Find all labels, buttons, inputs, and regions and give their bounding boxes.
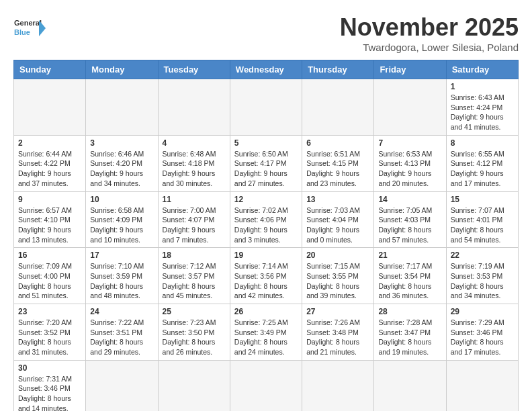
day-number: 25 (163, 307, 226, 316)
calendar-cell (158, 360, 230, 411)
day-number: 21 (378, 250, 441, 260)
day-number: 10 (90, 195, 153, 204)
calendar-cell: 5Sunrise: 6:50 AM Sunset: 4:17 PM Daylig… (230, 135, 302, 191)
day-info: Sunrise: 6:58 AM Sunset: 4:09 PM Dayligh… (90, 205, 153, 245)
day-number: 14 (378, 195, 441, 204)
day-number: 11 (163, 195, 226, 204)
day-number: 27 (306, 307, 369, 316)
day-number: 23 (18, 307, 81, 316)
calendar-cell: 22Sunrise: 7:19 AM Sunset: 3:53 PM Dayli… (446, 248, 518, 304)
logo-svg: General Blue (13, 13, 47, 44)
day-info: Sunrise: 7:31 AM Sunset: 3:46 PM Dayligh… (18, 374, 81, 411)
calendar-cell: 1Sunrise: 6:43 AM Sunset: 4:24 PM Daylig… (446, 79, 518, 136)
calendar-cell: 9Sunrise: 6:57 AM Sunset: 4:10 PM Daylig… (14, 191, 86, 248)
day-number: 8 (451, 138, 514, 148)
day-number: 15 (451, 195, 514, 204)
day-number: 16 (18, 250, 81, 260)
calendar-week-2: 9Sunrise: 6:57 AM Sunset: 4:10 PM Daylig… (14, 191, 519, 248)
calendar-cell: 21Sunrise: 7:17 AM Sunset: 3:54 PM Dayli… (374, 248, 446, 304)
day-number: 13 (306, 195, 369, 204)
day-number: 24 (90, 307, 153, 316)
calendar-cell: 18Sunrise: 7:12 AM Sunset: 3:57 PM Dayli… (158, 248, 230, 304)
calendar-cell (158, 79, 230, 136)
day-info: Sunrise: 6:51 AM Sunset: 4:15 PM Dayligh… (306, 149, 369, 189)
calendar-cell: 17Sunrise: 7:10 AM Sunset: 3:59 PM Dayli… (86, 248, 158, 304)
day-number: 5 (234, 138, 298, 148)
location: Twardogora, Lower Silesia, Poland (340, 42, 519, 53)
day-number: 17 (90, 250, 153, 260)
day-header-wednesday: Wednesday (230, 60, 302, 79)
svg-text:Blue: Blue (14, 28, 30, 36)
calendar-cell: 20Sunrise: 7:15 AM Sunset: 3:55 PM Dayli… (302, 248, 374, 304)
day-info: Sunrise: 6:46 AM Sunset: 4:20 PM Dayligh… (90, 149, 153, 189)
day-info: Sunrise: 7:23 AM Sunset: 3:50 PM Dayligh… (163, 318, 226, 357)
calendar-cell: 16Sunrise: 7:09 AM Sunset: 4:00 PM Dayli… (14, 248, 86, 304)
day-number: 28 (378, 307, 441, 316)
calendar-cell (374, 79, 446, 136)
day-info: Sunrise: 7:02 AM Sunset: 4:06 PM Dayligh… (234, 205, 298, 245)
day-header-monday: Monday (86, 60, 158, 79)
day-info: Sunrise: 7:25 AM Sunset: 3:49 PM Dayligh… (234, 318, 298, 357)
day-info: Sunrise: 7:26 AM Sunset: 3:48 PM Dayligh… (306, 318, 369, 357)
day-number: 7 (378, 138, 441, 148)
calendar-cell (230, 360, 302, 411)
calendar-cell: 24Sunrise: 7:22 AM Sunset: 3:51 PM Dayli… (86, 304, 158, 361)
calendar-week-4: 23Sunrise: 7:20 AM Sunset: 3:52 PM Dayli… (14, 304, 519, 361)
day-number: 9 (18, 195, 81, 204)
day-header-tuesday: Tuesday (158, 60, 230, 79)
day-info: Sunrise: 7:05 AM Sunset: 4:03 PM Dayligh… (378, 205, 441, 245)
calendar-cell: 15Sunrise: 7:07 AM Sunset: 4:01 PM Dayli… (446, 191, 518, 248)
calendar-cell: 29Sunrise: 7:29 AM Sunset: 3:46 PM Dayli… (446, 304, 518, 361)
month-title: November 2025 (340, 13, 519, 42)
calendar-header-row: SundayMondayTuesdayWednesdayThursdayFrid… (14, 60, 519, 79)
calendar-week-1: 2Sunrise: 6:44 AM Sunset: 4:22 PM Daylig… (14, 135, 519, 191)
calendar-cell (302, 360, 374, 411)
day-header-sunday: Sunday (14, 60, 86, 79)
day-number: 4 (163, 138, 226, 148)
calendar-cell: 25Sunrise: 7:23 AM Sunset: 3:50 PM Dayli… (158, 304, 230, 361)
day-info: Sunrise: 7:29 AM Sunset: 3:46 PM Dayligh… (451, 318, 514, 357)
calendar-cell: 14Sunrise: 7:05 AM Sunset: 4:03 PM Dayli… (374, 191, 446, 248)
day-info: Sunrise: 7:12 AM Sunset: 3:57 PM Dayligh… (163, 261, 226, 301)
day-info: Sunrise: 7:10 AM Sunset: 3:59 PM Dayligh… (90, 261, 153, 301)
day-number: 18 (163, 250, 226, 260)
calendar: SundayMondayTuesdayWednesdayThursdayFrid… (13, 60, 519, 411)
calendar-cell: 8Sunrise: 6:55 AM Sunset: 4:12 PM Daylig… (446, 135, 518, 191)
day-info: Sunrise: 7:14 AM Sunset: 3:56 PM Dayligh… (234, 261, 298, 301)
calendar-cell: 7Sunrise: 6:53 AM Sunset: 4:13 PM Daylig… (374, 135, 446, 191)
day-number: 6 (306, 138, 369, 148)
calendar-week-5: 30Sunrise: 7:31 AM Sunset: 3:46 PM Dayli… (14, 360, 519, 411)
day-info: Sunrise: 7:00 AM Sunset: 4:07 PM Dayligh… (163, 205, 226, 245)
calendar-week-3: 16Sunrise: 7:09 AM Sunset: 4:00 PM Dayli… (14, 248, 519, 304)
day-info: Sunrise: 6:57 AM Sunset: 4:10 PM Dayligh… (18, 205, 81, 245)
day-number: 20 (306, 250, 369, 260)
day-info: Sunrise: 7:19 AM Sunset: 3:53 PM Dayligh… (451, 261, 514, 301)
day-info: Sunrise: 7:03 AM Sunset: 4:04 PM Dayligh… (306, 205, 369, 245)
calendar-cell (302, 79, 374, 136)
day-number: 12 (234, 195, 298, 204)
svg-marker-2 (39, 20, 46, 36)
calendar-cell: 3Sunrise: 6:46 AM Sunset: 4:20 PM Daylig… (86, 135, 158, 191)
day-header-thursday: Thursday (302, 60, 374, 79)
day-info: Sunrise: 6:50 AM Sunset: 4:17 PM Dayligh… (234, 149, 298, 189)
page-header: General Blue November 2025 Twardogora, L… (13, 13, 519, 53)
calendar-cell (446, 360, 518, 411)
calendar-cell: 12Sunrise: 7:02 AM Sunset: 4:06 PM Dayli… (230, 191, 302, 248)
day-info: Sunrise: 7:09 AM Sunset: 4:00 PM Dayligh… (18, 261, 81, 301)
calendar-cell (86, 360, 158, 411)
calendar-cell (14, 79, 86, 136)
calendar-cell: 23Sunrise: 7:20 AM Sunset: 3:52 PM Dayli… (14, 304, 86, 361)
calendar-cell: 27Sunrise: 7:26 AM Sunset: 3:48 PM Dayli… (302, 304, 374, 361)
day-info: Sunrise: 6:55 AM Sunset: 4:12 PM Dayligh… (451, 149, 514, 189)
day-info: Sunrise: 7:07 AM Sunset: 4:01 PM Dayligh… (451, 205, 514, 245)
calendar-cell (374, 360, 446, 411)
day-header-saturday: Saturday (446, 60, 518, 79)
day-number: 2 (18, 138, 81, 148)
day-number: 26 (234, 307, 298, 316)
calendar-week-0: 1Sunrise: 6:43 AM Sunset: 4:24 PM Daylig… (14, 79, 519, 136)
day-number: 30 (18, 363, 81, 373)
calendar-cell: 13Sunrise: 7:03 AM Sunset: 4:04 PM Dayli… (302, 191, 374, 248)
day-info: Sunrise: 7:22 AM Sunset: 3:51 PM Dayligh… (90, 318, 153, 357)
calendar-cell (86, 79, 158, 136)
day-info: Sunrise: 6:44 AM Sunset: 4:22 PM Dayligh… (18, 149, 81, 189)
